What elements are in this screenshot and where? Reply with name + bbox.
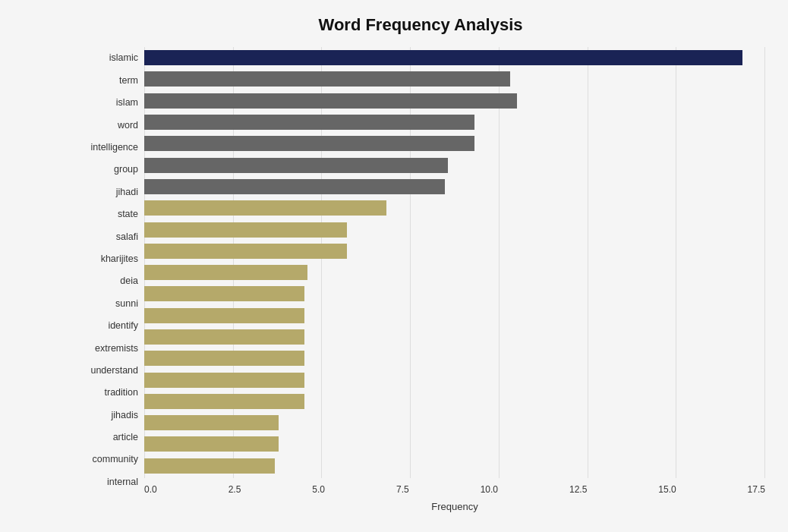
bar xyxy=(144,71,510,87)
y-label: jihadi xyxy=(76,187,144,197)
bar-row xyxy=(144,412,765,433)
y-label: sunni xyxy=(76,299,144,309)
bar xyxy=(144,458,275,474)
x-tick: 12.5 xyxy=(569,484,587,495)
chart-container: Word Frequency Analysis islamictermislam… xyxy=(0,0,788,532)
bar-row xyxy=(144,391,765,412)
bar xyxy=(144,158,448,173)
bars-wrapper xyxy=(144,47,765,480)
bar-row xyxy=(144,348,765,369)
y-label: term xyxy=(76,76,144,86)
bar xyxy=(144,136,474,151)
y-label: islam xyxy=(76,98,144,108)
y-label: word xyxy=(76,121,144,131)
y-label: group xyxy=(76,165,144,175)
bar xyxy=(144,394,304,409)
y-label: article xyxy=(76,433,144,442)
y-label: state xyxy=(76,209,144,219)
y-label: salafi xyxy=(76,232,144,242)
bars-area: 0.02.55.07.510.012.515.017.5 xyxy=(144,47,765,495)
bar xyxy=(144,329,304,345)
y-label: kharijites xyxy=(76,254,144,264)
bar xyxy=(144,286,304,301)
y-label: tradition xyxy=(76,388,144,398)
bar-row xyxy=(144,283,765,304)
x-tick: 5.0 xyxy=(312,484,325,495)
bar xyxy=(144,436,279,452)
y-label: intelligence xyxy=(76,143,144,153)
bar xyxy=(144,115,474,130)
bar xyxy=(144,222,347,238)
bar-row xyxy=(144,90,765,112)
bar xyxy=(144,265,307,280)
bar xyxy=(144,373,304,388)
x-tick: 7.5 xyxy=(396,484,409,495)
y-label: community xyxy=(76,455,144,464)
bar xyxy=(144,93,517,109)
y-label: internal xyxy=(76,477,144,487)
bar-row xyxy=(144,369,765,390)
bar-row xyxy=(144,154,765,175)
bar xyxy=(144,308,304,323)
y-axis-labels: islamictermislamwordintelligencegroupjih… xyxy=(76,47,144,495)
y-label: islamic xyxy=(76,53,144,63)
bar-row xyxy=(144,197,765,219)
x-tick: 17.5 xyxy=(748,484,765,495)
y-label: deia xyxy=(76,276,144,286)
bar-row xyxy=(144,455,765,477)
bar xyxy=(144,415,279,430)
x-tick: 15.0 xyxy=(658,484,676,495)
bar xyxy=(144,179,445,194)
bar-row xyxy=(144,326,765,348)
y-label: identify xyxy=(76,321,144,331)
bar-row xyxy=(144,305,765,326)
bar xyxy=(144,244,347,259)
x-axis-ticks: 0.02.55.07.510.012.515.017.5 xyxy=(144,480,765,495)
y-label: jihadis xyxy=(76,411,144,420)
bar-row xyxy=(144,47,765,68)
bar-row xyxy=(144,262,765,283)
y-label: understand xyxy=(76,366,144,376)
bar-row xyxy=(144,133,765,154)
bar-row xyxy=(144,433,765,455)
bar-row xyxy=(144,112,765,133)
y-label: extremists xyxy=(76,344,144,354)
bar-row xyxy=(144,176,765,197)
x-tick: 2.5 xyxy=(229,484,241,495)
x-tick: 10.0 xyxy=(481,484,498,495)
bar-row xyxy=(144,68,765,90)
bar xyxy=(144,50,742,65)
bar xyxy=(144,351,304,366)
bar xyxy=(144,200,386,216)
x-axis-label: Frequency xyxy=(76,501,765,512)
bar-row xyxy=(144,241,765,262)
x-tick: 0.0 xyxy=(144,484,157,495)
chart-title: Word Frequency Analysis xyxy=(76,15,765,35)
bar-row xyxy=(144,219,765,240)
